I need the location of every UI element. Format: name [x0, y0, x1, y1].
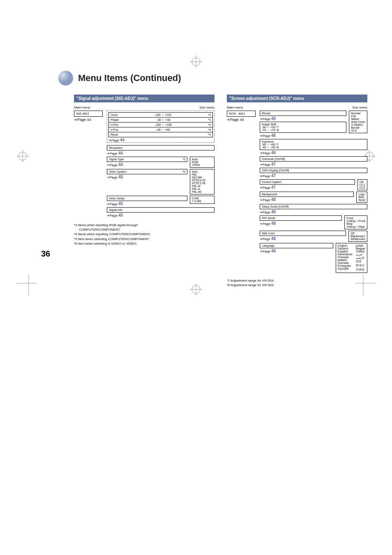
overscan-label: Overscan [On/Off]	[262, 157, 285, 160]
image-shift-label: Image Shift	[262, 123, 344, 126]
language-label: Language	[262, 244, 274, 247]
sig-main-menu-label: Main menu	[74, 106, 90, 109]
wall-color-opts: Off Blackboard Whiteboard	[348, 231, 367, 242]
resize-opts: Normal Full Native Area Zoom V-Stretch B…	[349, 111, 367, 133]
language-col2: polski Magyar Türkçe عربي فارسی 汉语 한국어 日…	[356, 244, 365, 272]
scr-sub-menu-label: Sub menu	[353, 106, 367, 109]
footnote-4: *4 Items when inputting COMPUTER/COMPONE…	[74, 232, 214, 236]
signal-info-label: Signal Info	[109, 208, 122, 211]
crop-corner-bl	[16, 275, 37, 296]
footnote-3a: *3 Items when inputting RGB signal throu…	[74, 223, 214, 227]
setup-guide-label: Setup Guide [On/Off]	[262, 205, 288, 208]
crop-corner-br	[355, 275, 376, 296]
language-col1: English Deutsch Español Nederlands Franç…	[338, 244, 353, 272]
page-number: 36	[41, 249, 50, 259]
background-label: Background	[262, 193, 277, 196]
video-system-opts: Auto PAL SECAM NTSC4.43 NTSC3.58 PAL-M P…	[190, 169, 214, 194]
page-title: Menu Items (Continued)	[78, 73, 181, 83]
title-bullet-icon	[58, 70, 74, 86]
signal-type-label: Signal Type	[109, 158, 124, 161]
footnote-7: *7 Adjustment range for XR-55X.	[227, 278, 367, 283]
wall-color-label: Wall Color	[262, 232, 275, 235]
scr-adj-main: SCR - ADJ	[227, 111, 256, 117]
vpos-label: V-Pos	[111, 128, 118, 131]
crop-mark-top	[190, 56, 202, 68]
sig-sub-menu-label: Sub menu	[200, 106, 214, 109]
keystone-label: Keystone	[262, 140, 365, 143]
cc-label: Closed Caption	[262, 180, 281, 183]
scr-adj-header: "Screen adjustment (SCR-ADJ)" menu	[227, 95, 367, 102]
video-setup-label: Video Setup	[109, 197, 125, 200]
footnote-8: *8 Adjustment range for XR-50S.	[227, 283, 367, 287]
svg-point-16	[58, 71, 73, 86]
signal-type-opts: Auto RGB YPbPr	[190, 157, 214, 168]
crop-mark-left	[16, 150, 29, 162]
clock-label: Clock	[111, 113, 118, 116]
resolution-box: Resolution	[107, 145, 214, 150]
footnote-5: *5 Item when selecting COMPUTER/COMPONEN…	[74, 237, 214, 241]
phase-label: Phase	[111, 118, 119, 121]
scr-main-menu-label: Main menu	[227, 106, 243, 109]
sig-adj-header: "Signal adjustment (SIG-ADJ)" menu	[74, 95, 214, 102]
hpos-label: H-Pos	[111, 123, 118, 126]
prj-mode-opts: Front Ceiling + Front Rear Ceiling + Rea…	[344, 215, 367, 229]
cc-opts: Off CC1 CC2	[357, 179, 367, 190]
reset-label: Reset	[111, 133, 118, 136]
video-system-label: Video System	[109, 170, 127, 173]
footnote-6: *6 Item when selecting S-VIDEO or VIDEO.	[74, 241, 214, 246]
video-setup-opts: 0 IRE 7.5 IRE	[190, 196, 214, 204]
background-opts: Logo Blue None	[356, 192, 367, 203]
footnote-3b: COMPUTER/COMPONENT.	[79, 227, 214, 232]
prj-mode-label: PRJ Mode	[262, 217, 275, 220]
osd-label: OSD Display [On/Off]	[262, 169, 289, 172]
resize-label: Resize	[262, 112, 270, 115]
crop-mark-bottom	[190, 283, 202, 296]
sig-adj-main: SIG-ADJ	[74, 111, 103, 117]
